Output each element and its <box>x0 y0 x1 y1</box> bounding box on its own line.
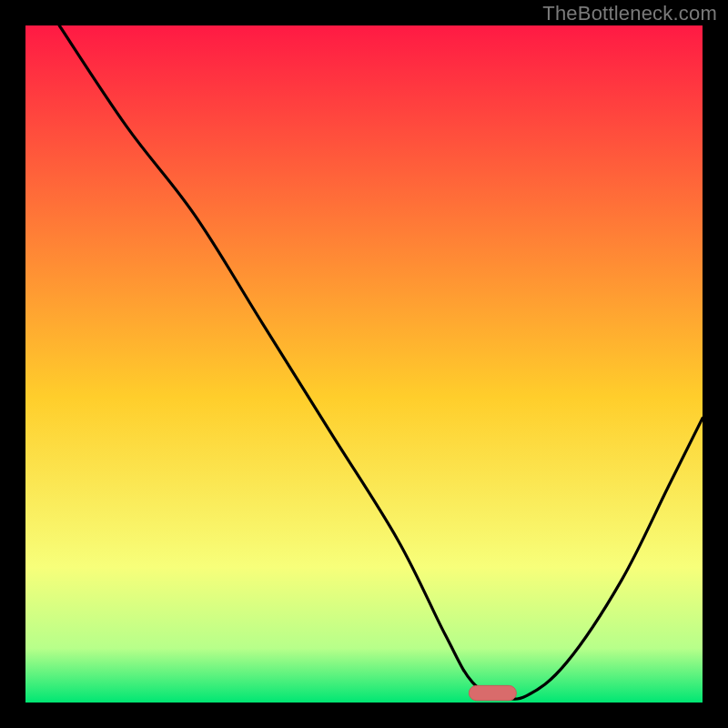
plot-area <box>25 25 703 703</box>
chart-frame: TheBottleneck.com <box>0 0 728 728</box>
plot-svg <box>25 25 703 703</box>
watermark-text: TheBottleneck.com <box>542 2 717 25</box>
optimal-marker <box>469 685 516 700</box>
